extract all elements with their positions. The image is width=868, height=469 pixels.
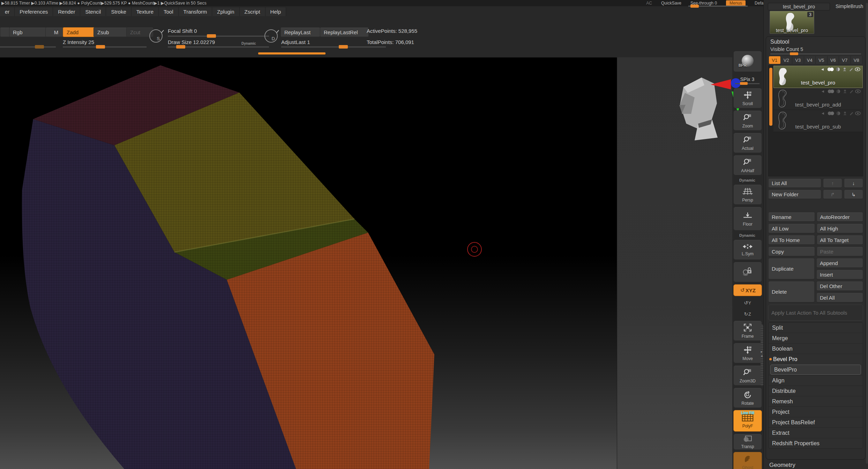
operation-button[interactable]: Boolean [769, 343, 863, 354]
move-out-folder-button[interactable]: ↱ [823, 190, 842, 199]
subtool-row-icons[interactable] [820, 111, 861, 117]
move-down-button[interactable]: ↓ [844, 178, 863, 188]
current-tool-thumbnail[interactable]: 3 test_bevel_pro [770, 11, 814, 34]
operation-button[interactable]: Project [769, 406, 863, 417]
operation-button[interactable]: Extract [769, 427, 863, 438]
operation-button[interactable]: Remesh [769, 396, 863, 406]
move-up-button[interactable]: ↑ [823, 178, 842, 188]
quicksave-button[interactable]: QuickSave [661, 1, 681, 6]
tool-tab[interactable]: SimpleBrush [833, 3, 866, 10]
shelf-button[interactable]: Persp [733, 184, 762, 205]
shelf-button[interactable]: SPix 3 [733, 74, 761, 86]
subtool-row[interactable]: test_bevel_pro_sub [773, 110, 863, 132]
shelf-button[interactable]: Transp [733, 434, 762, 450]
shelf-button[interactable]: Scroll [733, 88, 762, 108]
focal-shift-handle[interactable] [207, 34, 216, 38]
rename-button[interactable]: Rename [768, 212, 815, 222]
shelf-button[interactable]: Zoom3D [733, 365, 762, 386]
paste-button[interactable]: Paste [817, 247, 863, 256]
shelf-button[interactable]: Actual [733, 133, 762, 153]
menu-item[interactable]: Help [265, 7, 286, 16]
geometry-section-header[interactable]: Geometry [769, 462, 795, 469]
rgb-button[interactable]: Rgb [9, 27, 50, 37]
view-tab[interactable]: V7 [839, 56, 851, 64]
shelf-button[interactable]: ↺ XYZ [733, 284, 762, 296]
spix-handle[interactable] [740, 82, 748, 85]
auto-reorder-button[interactable]: AutoReorder [817, 212, 863, 222]
shelf-button[interactable]: Dynamic [733, 177, 761, 182]
canvas-scrollbar[interactable] [761, 325, 763, 386]
replay-last-rel-button[interactable]: ReplayLastRel [320, 27, 369, 37]
menu-item[interactable]: Stencil [80, 7, 106, 16]
operation-button[interactable]: Bevel Pro [769, 354, 863, 364]
menu-item[interactable]: Render [53, 7, 80, 16]
operation-button[interactable]: Distribute [769, 386, 863, 396]
all-to-home-button[interactable]: All To Home [768, 235, 815, 245]
delete-button[interactable]: Delete [768, 281, 815, 302]
operation-button[interactable]: Align [769, 375, 863, 386]
partial-slider[interactable] [0, 46, 56, 47]
operation-button[interactable]: Split [769, 322, 863, 333]
shelf-button[interactable]: AAHalf [733, 155, 762, 175]
stroke-icon[interactable]: S [149, 29, 163, 43]
view-tab[interactable]: V8 [851, 56, 863, 64]
adjust-last-handle[interactable] [339, 45, 348, 49]
all-low-button[interactable]: All Low [768, 223, 815, 233]
all-high-button[interactable]: All High [817, 223, 863, 233]
shelf-button[interactable]: BPR [733, 51, 762, 72]
see-through-slider[interactable]: See-through 0 [690, 1, 717, 6]
menu-item[interactable]: Tool [159, 7, 179, 16]
focal-shift-slider[interactable] [168, 36, 269, 37]
operation-button[interactable]: Project BasRelief [769, 417, 863, 427]
menu-item[interactable]: Texture [132, 7, 159, 16]
menu-item[interactable]: er [0, 7, 15, 16]
subtool-row[interactable]: test_bevel_pro [773, 66, 863, 88]
zadd-button[interactable]: Zadd [63, 27, 98, 37]
move-into-folder-button[interactable]: ↳ [844, 190, 863, 199]
menu-item[interactable]: Zplugin [212, 7, 239, 16]
menu-item[interactable]: Transform [179, 7, 212, 16]
operation-button[interactable]: Redshift Properties [769, 438, 863, 448]
copy-button[interactable]: Copy [768, 247, 815, 256]
shelf-button[interactable]: Ghost [733, 452, 762, 469]
replay-last-button[interactable]: ReplayLast [280, 27, 320, 37]
view-tab[interactable]: V3 [792, 56, 804, 64]
draw-size-handle[interactable] [176, 45, 185, 49]
operation-button[interactable]: Merge [769, 333, 863, 343]
subtool-row-icons[interactable] [820, 67, 861, 73]
see-through-track[interactable] [688, 6, 748, 7]
del-other-button[interactable]: Del Other [816, 281, 863, 291]
apply-last-action-button[interactable]: Apply Last Action To All Subtools [768, 305, 863, 321]
menus-button[interactable]: Menus [726, 0, 746, 6]
view-tab[interactable]: V6 [828, 56, 839, 64]
shelf-button[interactable]: Rotate [733, 388, 762, 408]
shelf-button[interactable]: Zoom [733, 110, 762, 131]
shelf-button[interactable] [733, 262, 762, 282]
all-to-target-button[interactable]: All To Target [817, 235, 863, 245]
menu-item[interactable]: Preferences [15, 7, 53, 16]
subtool-row-icons[interactable] [820, 89, 861, 95]
subtool-row[interactable]: test_bevel_pro_add [773, 88, 863, 110]
duplicate-button[interactable]: Duplicate [768, 258, 815, 279]
shelf-button[interactable]: Floor [733, 207, 762, 230]
shelf-button[interactable]: Dynamic [733, 233, 761, 237]
view-tab[interactable]: V2 [781, 56, 793, 64]
shelf-button[interactable]: Move [733, 343, 762, 363]
draw-size-slider[interactable] [168, 46, 269, 47]
shelf-button[interactable]: Frame [733, 321, 762, 341]
del-all-button[interactable]: Del All [816, 293, 863, 302]
shelf-button[interactable]: ↺ Y [733, 298, 761, 307]
list-all-button[interactable]: List All [768, 178, 821, 188]
menu-item[interactable]: Zscript [240, 7, 265, 16]
subtool-list-scrollbar[interactable] [769, 68, 772, 126]
zsub-button[interactable]: Zsub [93, 27, 131, 37]
view-tab[interactable]: V1 [769, 56, 781, 64]
visible-count-handle[interactable] [790, 52, 798, 55]
adjust-last-slider[interactable] [281, 46, 386, 47]
view-tab[interactable]: V5 [816, 56, 828, 64]
z-intensity-handle[interactable] [96, 45, 105, 49]
menu-item[interactable]: Stroke [106, 7, 131, 16]
view-tab[interactable]: V4 [804, 56, 816, 64]
insert-button[interactable]: Insert [816, 270, 863, 279]
partial-slider-handle[interactable] [35, 45, 44, 49]
